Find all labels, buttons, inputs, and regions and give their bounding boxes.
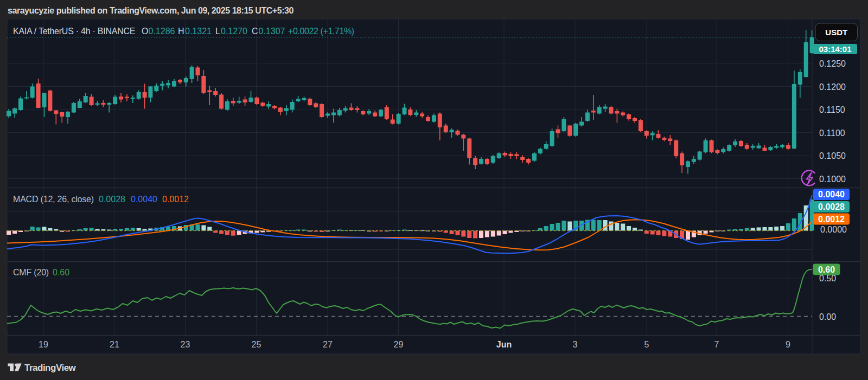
svg-text:03:14:01: 03:14:01 bbox=[819, 44, 851, 54]
svg-text:19: 19 bbox=[39, 340, 48, 349]
svg-text:USDT: USDT bbox=[825, 28, 847, 37]
svg-text:CMF (20): CMF (20) bbox=[13, 268, 49, 277]
svg-text:0.1286: 0.1286 bbox=[149, 27, 175, 36]
svg-text:0.60: 0.60 bbox=[818, 265, 835, 274]
svg-text:H: H bbox=[178, 27, 184, 36]
svg-text:L: L bbox=[215, 27, 220, 36]
svg-text:+0.0022 (+1.71%): +0.0022 (+1.71%) bbox=[288, 27, 354, 36]
svg-text:9: 9 bbox=[786, 340, 790, 349]
svg-text:23: 23 bbox=[181, 340, 190, 349]
svg-text:5: 5 bbox=[644, 340, 649, 349]
svg-text:TradingView: TradingView bbox=[24, 363, 76, 373]
svg-text:0.0012: 0.0012 bbox=[818, 215, 845, 224]
svg-text:0.0028: 0.0028 bbox=[99, 195, 125, 204]
svg-text:0.1321: 0.1321 bbox=[185, 27, 212, 36]
svg-text:0.1100: 0.1100 bbox=[819, 128, 845, 138]
svg-text:7: 7 bbox=[714, 340, 719, 349]
svg-text:0.1200: 0.1200 bbox=[819, 82, 846, 92]
svg-text:0.00: 0.00 bbox=[819, 312, 836, 321]
svg-text:Jun: Jun bbox=[496, 340, 512, 349]
svg-text:27: 27 bbox=[323, 340, 333, 349]
svg-text:0.1270: 0.1270 bbox=[221, 27, 247, 36]
svg-text:0.0040: 0.0040 bbox=[818, 190, 845, 199]
svg-text:0.0000: 0.0000 bbox=[820, 225, 847, 234]
svg-text:0.0012: 0.0012 bbox=[162, 195, 189, 204]
svg-text:KAIA / TetherUS · 4h · BINANCE: KAIA / TetherUS · 4h · BINANCE bbox=[13, 27, 135, 36]
svg-text:0.1050: 0.1050 bbox=[819, 151, 846, 160]
svg-text:sarayucyzie published on Tradi: sarayucyzie published on TradingView.com… bbox=[8, 6, 294, 15]
svg-text:21: 21 bbox=[110, 340, 119, 349]
svg-text:29: 29 bbox=[394, 340, 404, 349]
svg-text:0.1150: 0.1150 bbox=[819, 105, 845, 114]
svg-text:25: 25 bbox=[252, 340, 261, 349]
svg-text:0.0040: 0.0040 bbox=[131, 195, 157, 204]
svg-text:0.1307: 0.1307 bbox=[259, 27, 285, 36]
svg-text:MACD (12, 26, close): MACD (12, 26, close) bbox=[13, 195, 94, 204]
svg-text:O: O bbox=[142, 27, 148, 36]
svg-text:C: C bbox=[252, 27, 258, 36]
svg-text:3: 3 bbox=[573, 340, 578, 349]
svg-text:0.0028: 0.0028 bbox=[818, 202, 845, 211]
svg-text:0.1250: 0.1250 bbox=[819, 59, 846, 68]
svg-text:0.60: 0.60 bbox=[53, 268, 69, 277]
svg-text:0.50: 0.50 bbox=[819, 274, 836, 283]
svg-text:0.1000: 0.1000 bbox=[819, 175, 846, 184]
